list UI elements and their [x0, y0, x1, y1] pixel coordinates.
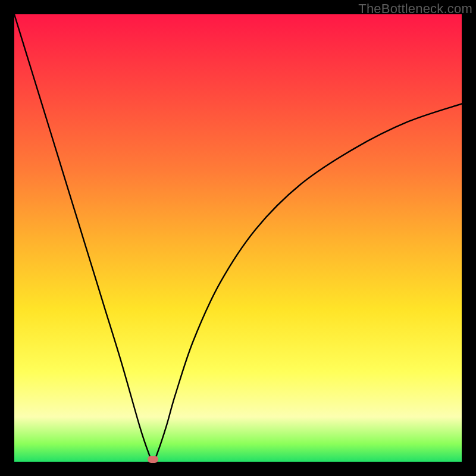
- bottleneck-curve: [14, 14, 462, 462]
- plot-area: [14, 14, 462, 462]
- chart-frame: TheBottleneck.com: [0, 0, 476, 476]
- optimal-marker: [148, 456, 158, 463]
